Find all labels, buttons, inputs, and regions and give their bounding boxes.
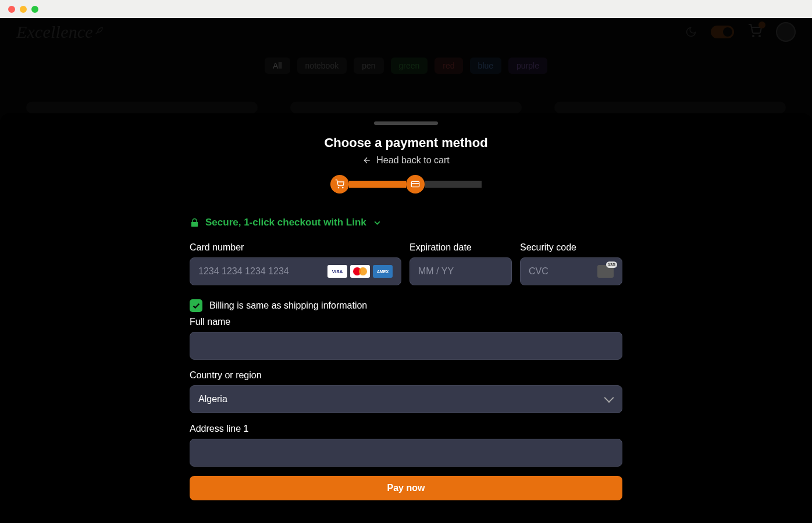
svg-point-2 [338, 187, 339, 188]
step-payment [406, 175, 425, 194]
cvc-input-wrap [520, 257, 622, 285]
pay-now-button[interactable]: Pay now [190, 476, 622, 500]
expiration-label: Expiration date [409, 242, 512, 253]
cvc-field: Security code [520, 242, 622, 285]
mastercard-icon [350, 265, 370, 278]
step-bar-2 [425, 181, 482, 188]
fullname-input[interactable] [198, 341, 614, 351]
fullname-input-wrap [190, 332, 622, 360]
address-input-wrap [190, 439, 622, 467]
address-label: Address line 1 [190, 424, 622, 434]
card-number-label: Card number [190, 242, 401, 253]
cart-icon [335, 180, 344, 189]
expiration-input[interactable] [418, 266, 503, 277]
window-maximize-icon[interactable] [31, 6, 38, 13]
country-label: Country or region [190, 370, 622, 381]
svg-rect-4 [411, 181, 419, 187]
card-number-input-wrap: VISA AMEX [190, 257, 401, 285]
country-value: Algeria [198, 394, 614, 404]
card-brand-icons: VISA AMEX [327, 265, 393, 278]
country-select[interactable]: Algeria [190, 385, 622, 413]
step-bar-1 [349, 181, 406, 188]
lock-icon [190, 218, 200, 228]
billing-same-label: Billing is same as shipping information [209, 300, 367, 311]
window-chrome [0, 0, 812, 18]
cvc-label: Security code [520, 242, 622, 253]
address-field: Address line 1 [190, 424, 622, 467]
back-to-cart-link[interactable]: Head back to cart [362, 155, 449, 166]
step-cart [330, 175, 349, 194]
link-checkout-label: Secure, 1-click checkout with Link [205, 217, 366, 228]
expiration-input-wrap [409, 257, 512, 285]
svg-point-3 [343, 187, 343, 188]
amex-icon: AMEX [373, 265, 393, 278]
cvc-input[interactable] [529, 266, 597, 277]
card-fields-row: Card number VISA AMEX Expiration date S [190, 242, 622, 285]
fullname-field: Full name [190, 317, 622, 360]
card-number-field: Card number VISA AMEX [190, 242, 401, 285]
checkout-stepper [330, 175, 482, 194]
address-input[interactable] [198, 447, 614, 458]
window-close-icon[interactable] [8, 6, 15, 13]
sheet-drag-handle[interactable] [374, 121, 438, 125]
check-icon [192, 302, 201, 310]
payment-form: Secure, 1-click checkout with Link Card … [190, 217, 622, 500]
billing-same-checkbox[interactable] [190, 299, 202, 312]
fullname-label: Full name [190, 317, 622, 327]
window-minimize-icon[interactable] [20, 6, 27, 13]
chevron-down-icon [372, 218, 382, 228]
billing-same-row: Billing is same as shipping information [190, 299, 622, 312]
card-number-input[interactable] [198, 266, 327, 277]
sheet-title: Choose a payment method [324, 135, 487, 151]
arrow-left-icon [362, 156, 372, 165]
link-checkout-toggle[interactable]: Secure, 1-click checkout with Link [190, 217, 622, 228]
back-link-text: Head back to cart [376, 155, 449, 166]
credit-card-icon [411, 180, 420, 189]
payment-sheet: Choose a payment method Head back to car… [0, 113, 812, 523]
expiration-field: Expiration date [409, 242, 512, 285]
country-field: Country or region Algeria [190, 370, 622, 413]
cvc-hint-icon [597, 265, 614, 278]
visa-icon: VISA [327, 265, 347, 278]
